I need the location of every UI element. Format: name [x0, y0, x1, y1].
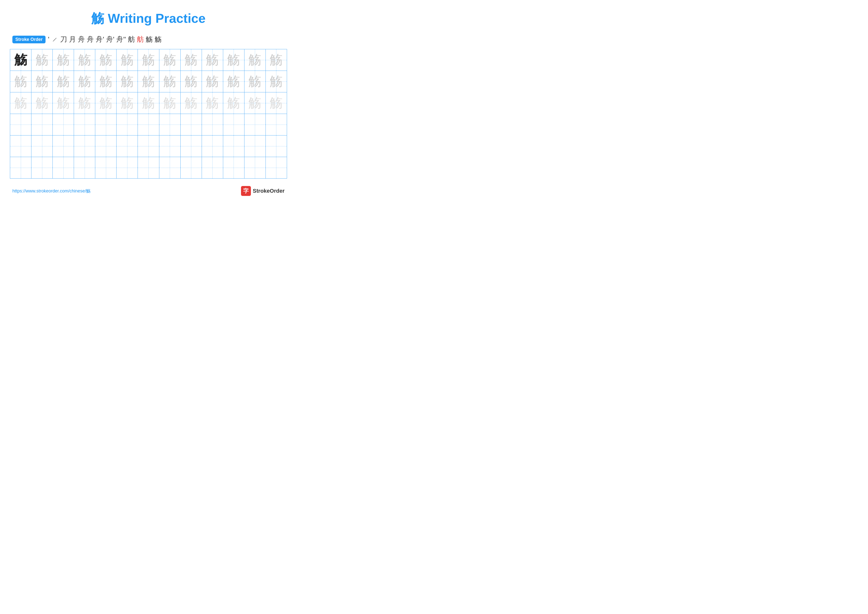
grid-cell[interactable]: 觞: [245, 71, 266, 92]
stroke-4: 月: [69, 35, 76, 44]
stroke-2: ⟋: [51, 36, 58, 44]
grid-cell[interactable]: 觞: [138, 71, 159, 92]
stroke-3: 刀: [60, 35, 67, 44]
stroke-8: 舟': [106, 35, 114, 44]
grid-cell[interactable]: [95, 114, 116, 135]
grid-cell[interactable]: [181, 135, 202, 157]
grid-cell[interactable]: [53, 157, 74, 178]
grid-cell[interactable]: [223, 157, 245, 178]
grid-cell[interactable]: 觞: [53, 49, 74, 71]
stroke-12: 觞: [146, 35, 153, 44]
grid-cell[interactable]: 觞: [74, 71, 95, 92]
grid-cell[interactable]: 觞: [53, 92, 74, 114]
grid-cell[interactable]: [202, 135, 223, 157]
grid-cell[interactable]: 觞: [31, 71, 53, 92]
grid-cell[interactable]: 觞: [160, 49, 181, 71]
grid-cell[interactable]: [266, 114, 287, 135]
grid-cell[interactable]: 觞: [116, 92, 138, 114]
grid-cell[interactable]: 觞: [95, 71, 116, 92]
grid-cell[interactable]: [95, 157, 116, 178]
grid-cell[interactable]: 觞: [74, 49, 95, 71]
grid-cell[interactable]: 觞: [202, 49, 223, 71]
grid-cell[interactable]: 觞: [160, 71, 181, 92]
grid-cell[interactable]: 觞: [223, 49, 245, 71]
grid-cell[interactable]: 觞: [245, 49, 266, 71]
grid-cell[interactable]: 觞: [245, 92, 266, 114]
grid-cell[interactable]: [74, 157, 95, 178]
grid-cell[interactable]: 觞: [202, 92, 223, 114]
grid-cell[interactable]: [31, 114, 53, 135]
grid-cell[interactable]: 觞: [266, 49, 287, 71]
grid-cell[interactable]: 觞: [138, 49, 159, 71]
stroke-order-badge: Stroke Order: [12, 36, 45, 44]
grid-cell[interactable]: [74, 135, 95, 157]
grid-cell[interactable]: [10, 157, 31, 178]
grid-cell[interactable]: [245, 157, 266, 178]
grid-cell[interactable]: 觞: [116, 49, 138, 71]
grid-cell[interactable]: 觞: [181, 49, 202, 71]
stroke-9: 舟'': [116, 35, 126, 44]
grid-cell[interactable]: 觞: [223, 92, 245, 114]
grid-cell[interactable]: 觞: [116, 71, 138, 92]
grid-cell[interactable]: 觞: [10, 49, 31, 71]
grid-cell[interactable]: [116, 157, 138, 178]
logo-text: StrokeOrder: [253, 188, 285, 194]
footer-url[interactable]: https://www.strokeorder.com/chinese/觞: [12, 188, 91, 194]
stroke-1: ': [48, 36, 49, 44]
grid-cell[interactable]: 觞: [74, 92, 95, 114]
grid-cell[interactable]: [31, 135, 53, 157]
grid-cell[interactable]: [31, 157, 53, 178]
grid-cell[interactable]: 觞: [31, 49, 53, 71]
grid-row: [10, 114, 287, 135]
grid-cell[interactable]: 觞: [223, 71, 245, 92]
grid-cell[interactable]: [223, 114, 245, 135]
grid-cell[interactable]: [223, 135, 245, 157]
grid-cell[interactable]: [245, 135, 266, 157]
grid-cell[interactable]: [138, 114, 159, 135]
grid-cell[interactable]: [181, 114, 202, 135]
grid-row: [10, 135, 287, 157]
grid-cell[interactable]: 觞: [160, 92, 181, 114]
grid-cell[interactable]: 觞: [95, 49, 116, 71]
grid-cell[interactable]: [202, 157, 223, 178]
practice-grid: 觞觞觞觞觞觞觞觞觞觞觞觞觞觞觞觞觞觞觞觞觞觞觞觞觞觞觞觞觞觞觞觞觞觞觞觞觞觞觞: [10, 49, 287, 179]
grid-cell[interactable]: 觞: [10, 92, 31, 114]
grid-cell[interactable]: [181, 157, 202, 178]
stroke-5: 舟: [78, 35, 85, 44]
stroke-chars: ' ⟋ 刀 月 舟 舟 舟' 舟' 舟'' 舫 舫 觞 觞: [48, 35, 161, 44]
grid-cell[interactable]: [95, 135, 116, 157]
grid-cell[interactable]: [116, 114, 138, 135]
grid-cell[interactable]: [10, 114, 31, 135]
grid-cell[interactable]: [202, 114, 223, 135]
grid-cell[interactable]: [245, 114, 266, 135]
grid-cell[interactable]: 觞: [95, 92, 116, 114]
stroke-13: 觞: [155, 35, 161, 44]
stroke-7: 舟': [96, 35, 104, 44]
grid-cell[interactable]: [10, 135, 31, 157]
grid-cell[interactable]: 觞: [266, 71, 287, 92]
grid-cell[interactable]: 觞: [202, 71, 223, 92]
grid-cell[interactable]: 觞: [266, 92, 287, 114]
grid-cell[interactable]: 觞: [138, 92, 159, 114]
grid-cell[interactable]: 觞: [181, 92, 202, 114]
stroke-6: 舟: [87, 35, 94, 44]
grid-cell[interactable]: 觞: [53, 71, 74, 92]
grid-cell[interactable]: [53, 114, 74, 135]
grid-cell[interactable]: [53, 135, 74, 157]
page-title: 觞 Writing Practice: [10, 10, 287, 27]
grid-cell[interactable]: [160, 157, 181, 178]
grid-cell[interactable]: [160, 114, 181, 135]
grid-cell[interactable]: 觞: [31, 92, 53, 114]
grid-cell[interactable]: [160, 135, 181, 157]
grid-cell[interactable]: 觞: [10, 71, 31, 92]
stroke-11: 舫: [137, 35, 144, 44]
logo-icon: 字: [241, 186, 251, 196]
grid-cell[interactable]: [138, 135, 159, 157]
grid-cell[interactable]: [266, 157, 287, 178]
grid-cell[interactable]: [138, 157, 159, 178]
grid-cell[interactable]: [116, 135, 138, 157]
grid-cell[interactable]: [74, 114, 95, 135]
stroke-10: 舫: [128, 35, 135, 44]
grid-cell[interactable]: 觞: [181, 71, 202, 92]
grid-cell[interactable]: [266, 135, 287, 157]
